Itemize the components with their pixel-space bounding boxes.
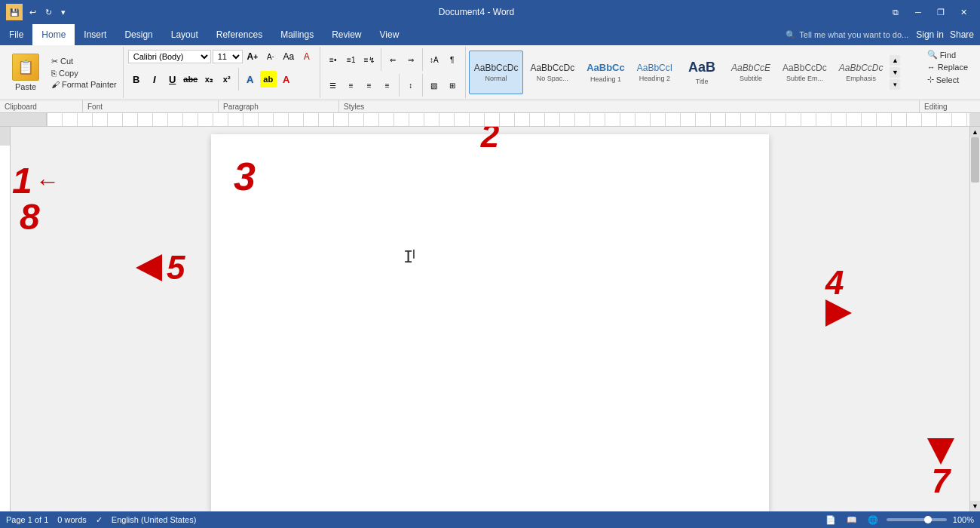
sign-in-link[interactable]: Sign in bbox=[916, 29, 944, 40]
quick-access-caret[interactable]: ▾ bbox=[59, 6, 68, 19]
horizontal-ruler[interactable] bbox=[47, 113, 969, 126]
text-effect-button[interactable]: A bbox=[242, 71, 259, 87]
scroll-thumb[interactable] bbox=[971, 137, 979, 183]
zoom-slider[interactable] bbox=[887, 518, 947, 521]
styles-scroll-up[interactable]: ▲ bbox=[890, 55, 900, 66]
font-family-select[interactable]: Calibri (Body) bbox=[128, 50, 211, 63]
minimize-button[interactable]: ─ bbox=[908, 5, 929, 20]
replace-button[interactable]: ↔ Replace bbox=[924, 61, 971, 73]
menu-right: Sign in Share bbox=[916, 24, 980, 45]
show-hide-button[interactable]: ¶ bbox=[444, 52, 461, 67]
font-grow-button[interactable]: A+ bbox=[244, 48, 261, 65]
font-divider bbox=[238, 68, 239, 91]
font-size-select[interactable]: 11 bbox=[213, 50, 243, 63]
menu-layout[interactable]: Layout bbox=[162, 24, 207, 45]
restore-button[interactable]: ⧉ bbox=[885, 5, 906, 20]
tell-me-search[interactable]: 🔍 Tell me what you want to do... bbox=[778, 24, 916, 45]
subscript-button[interactable]: x₂ bbox=[201, 71, 217, 87]
menu-file[interactable]: File bbox=[0, 24, 32, 45]
superscript-button[interactable]: x² bbox=[219, 71, 235, 87]
copy-button[interactable]: ⎘ Copy bbox=[48, 68, 120, 78]
style-subtleem-label: Subtle Em... bbox=[786, 75, 823, 82]
annotation-8: 8 bbox=[20, 199, 40, 235]
font-color-button[interactable]: A bbox=[278, 71, 295, 87]
font-shrink-button[interactable]: A- bbox=[262, 48, 279, 65]
bullets-button[interactable]: ≡• bbox=[325, 52, 341, 67]
styles-expand[interactable]: ▾ bbox=[890, 79, 900, 90]
select-icon: ⊹ bbox=[927, 75, 934, 84]
menu-design[interactable]: Design bbox=[115, 24, 161, 45]
style-subtitle-preview: AaBbCcE bbox=[731, 63, 770, 73]
undo-button[interactable]: ↩ bbox=[27, 6, 38, 19]
style-subtle-em[interactable]: AaBbCcDc Subtle Em... bbox=[777, 51, 832, 94]
justify-button[interactable]: ≡ bbox=[379, 78, 396, 93]
style-subtitle[interactable]: AaBbCcE Subtitle bbox=[726, 51, 776, 94]
zoom-thumb[interactable] bbox=[924, 516, 932, 523]
read-mode-button[interactable]: 📖 bbox=[844, 514, 859, 526]
style-heading2[interactable]: AaBbCcI Heading 2 bbox=[632, 51, 678, 94]
menu-review[interactable]: Review bbox=[323, 24, 370, 45]
cut-button[interactable]: ✂ Cut bbox=[48, 56, 120, 67]
menu-references[interactable]: References bbox=[207, 24, 271, 45]
line-spacing-button[interactable]: ↕ bbox=[403, 78, 419, 93]
ribbon: 📋 Paste ✂ Cut ⎘ Copy 🖌 Format Painter bbox=[0, 45, 980, 113]
align-right-button[interactable]: ≡ bbox=[361, 78, 378, 93]
redo-button[interactable]: ↻ bbox=[43, 6, 54, 19]
bold-button[interactable]: B bbox=[128, 71, 145, 87]
vertical-ruler[interactable] bbox=[0, 127, 11, 511]
styles-scroll-down[interactable]: ▼ bbox=[890, 67, 900, 78]
vertical-scrollbar[interactable]: ▲ ▼ bbox=[969, 127, 980, 511]
clear-formatting-button[interactable]: A bbox=[299, 48, 315, 65]
para-divider2 bbox=[422, 48, 423, 71]
style-no-spacing[interactable]: AaBbCcDc No Spac... bbox=[525, 51, 580, 94]
ruler-left-corner bbox=[0, 113, 47, 126]
italic-button[interactable]: I bbox=[146, 71, 163, 87]
scroll-down-button[interactable]: ▼ bbox=[970, 501, 980, 511]
decrease-indent-button[interactable]: ⇐ bbox=[384, 52, 401, 67]
multilevel-button[interactable]: ≡↯ bbox=[361, 52, 378, 67]
menu-home[interactable]: Home bbox=[32, 24, 75, 45]
para-row1: ≡• ≡1 ≡↯ ⇐ ⇒ ↕A ¶ bbox=[325, 48, 461, 71]
shading-button[interactable]: ▧ bbox=[426, 78, 443, 93]
underline-button[interactable]: U bbox=[164, 71, 181, 87]
scroll-up-button[interactable]: ▲ bbox=[970, 127, 980, 137]
maximize-button[interactable]: ❐ bbox=[930, 5, 951, 20]
scroll-track[interactable] bbox=[970, 137, 980, 501]
strikethrough-button[interactable]: abc bbox=[182, 71, 199, 87]
replace-icon: ↔ bbox=[927, 63, 936, 72]
highlight-button[interactable]: ab bbox=[260, 71, 277, 87]
document-page[interactable]: 2 3 I▎ 5 4 bbox=[211, 134, 769, 511]
style-emphasis[interactable]: AaBbCcDc Emphasis bbox=[834, 51, 889, 94]
increase-indent-button[interactable]: ⇒ bbox=[403, 52, 419, 67]
save-icon[interactable]: 💾 bbox=[6, 4, 23, 20]
paste-button[interactable]: 📋 Paste bbox=[6, 48, 45, 97]
align-left-button[interactable]: ☰ bbox=[325, 78, 341, 93]
format-painter-button[interactable]: 🖌 Format Painter bbox=[48, 79, 120, 90]
border-button[interactable]: ⊞ bbox=[444, 78, 461, 93]
style-heading1[interactable]: AaBbCc Heading 1 bbox=[581, 51, 630, 94]
paste-label: Paste bbox=[15, 82, 36, 91]
close-button[interactable]: ✕ bbox=[953, 5, 974, 20]
select-button[interactable]: ⊹ Select bbox=[924, 73, 963, 86]
word-count: 0 words bbox=[57, 515, 87, 524]
menu-view[interactable]: View bbox=[371, 24, 409, 45]
change-case-button[interactable]: Aa bbox=[280, 48, 297, 65]
style-title[interactable]: AaB Title bbox=[679, 51, 724, 94]
window-title: Document4 - Word bbox=[68, 7, 885, 17]
menu-mailings[interactable]: Mailings bbox=[271, 24, 323, 45]
menu-insert[interactable]: Insert bbox=[75, 24, 115, 45]
search-icon: 🔍 bbox=[786, 30, 796, 40]
share-button[interactable]: Share bbox=[950, 29, 974, 40]
style-normal[interactable]: AaBbCcDc Normal bbox=[469, 51, 524, 94]
paragraph-group: ≡• ≡1 ≡↯ ⇐ ⇒ ↕A ¶ ☰ ≡ ≡ ≡ ↕ ▧ ⊞ bbox=[320, 47, 466, 98]
web-layout-button[interactable]: 🌐 bbox=[865, 514, 880, 526]
align-center-button[interactable]: ≡ bbox=[343, 78, 360, 93]
zoom-level: 100% bbox=[953, 515, 974, 524]
window-controls: ⧉ ─ ❐ ✕ bbox=[885, 5, 974, 20]
document-area[interactable]: 1 ← 8 2 3 I▎ bbox=[11, 127, 969, 511]
print-layout-view-button[interactable]: 📄 bbox=[823, 514, 838, 526]
numbering-button[interactable]: ≡1 bbox=[343, 52, 360, 67]
styles-group: AaBbCcDc Normal AaBbCcDc No Spac... AaBb… bbox=[466, 47, 918, 98]
sort-button[interactable]: ↕A bbox=[426, 52, 443, 67]
find-button[interactable]: 🔍 Find bbox=[924, 48, 959, 61]
